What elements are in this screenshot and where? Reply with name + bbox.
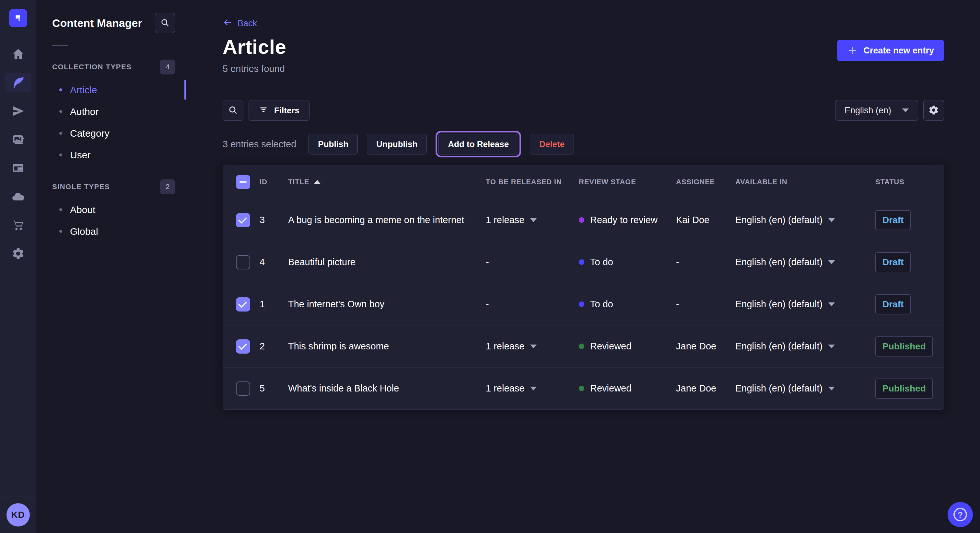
status-badge: Draft [875,252,911,272]
cell-title: The internet's Own boy [288,299,486,309]
bullet-icon [59,89,62,91]
stage-dot-icon [579,344,584,349]
cell-release[interactable]: 1 release [486,215,579,225]
locale-select[interactable]: English (en) [835,100,918,121]
column-header-available-in[interactable]: AVAILABLE IN [735,178,875,186]
question-mark-icon: ? [953,508,967,521]
status-badge: Published [875,336,933,357]
stage-dot-icon [579,301,584,307]
cell-release[interactable]: - [486,299,579,309]
cell-release[interactable]: 1 release [486,341,579,352]
row-checkbox[interactable] [236,339,250,354]
collection-types-count-badge: 4 [160,60,175,75]
sidebar-item-author[interactable]: Author [52,101,175,122]
chevron-down-icon [530,218,537,222]
content-type-builder-icon[interactable] [5,159,31,178]
select-all-checkbox[interactable] [236,175,250,189]
stage-label: Reviewed [590,341,631,352]
bullet-icon [59,230,62,233]
column-header-review-stage[interactable]: REVIEW STAGE [579,178,676,186]
sidebar-item-category[interactable]: Category [52,122,175,144]
sidebar-item-global[interactable]: Global [52,220,175,242]
cell-assignee: Jane Doe [676,341,735,352]
stage-label: Reviewed [590,383,631,394]
title-header-label: TITLE [288,178,309,186]
cell-available-in[interactable]: English (en) (default) [735,341,875,352]
table-row[interactable]: 4 Beautiful picture - To do - English (e… [223,241,944,283]
row-checkbox[interactable] [236,213,250,227]
cell-release[interactable]: - [486,257,579,268]
logo-section [0,0,36,36]
settings-gear-icon[interactable] [5,244,31,263]
cell-available-in[interactable]: English (en) (default) [735,215,875,225]
available-locale: English (en) (default) [735,383,822,394]
entries-count: 5 entries found [223,63,944,74]
table-row[interactable]: 3 A bug is becoming a meme on the intern… [223,199,944,241]
cell-assignee: - [676,257,735,268]
stage-label: To do [590,299,613,309]
publish-button[interactable]: Publish [309,134,358,154]
row-checkbox[interactable] [236,381,250,396]
column-header-assignee[interactable]: ASSIGNEE [676,178,735,186]
sidebar-search-button[interactable] [155,13,175,33]
media-library-icon[interactable] [5,130,31,149]
stage-dot-icon [579,385,584,391]
release-count: 1 release [486,341,524,352]
cell-title: What's inside a Black Hole [288,383,486,394]
cell-id: 4 [259,257,288,268]
filter-icon [259,105,268,117]
search-icon [228,105,238,116]
create-new-entry-button[interactable]: Create new entry [837,40,944,61]
sort-ascending-icon[interactable] [314,180,321,184]
strapi-logo-icon[interactable] [9,9,27,27]
status-badge: Draft [875,210,911,230]
help-button[interactable]: ? [948,502,973,527]
marketplace-cart-icon[interactable] [5,216,31,235]
back-link[interactable]: Back [223,17,257,30]
gear-icon [928,105,939,117]
table-row[interactable]: 5 What's inside a Black Hole 1 release R… [223,367,944,409]
cell-review-stage: Reviewed [579,341,676,352]
chevron-down-icon [530,387,537,390]
user-avatar[interactable]: KD [6,503,30,527]
row-checkbox[interactable] [236,255,250,270]
cell-title: A bug is becoming a meme on the internet [288,215,486,225]
column-header-release[interactable]: TO BE RELEASED IN [486,178,579,186]
page-title: Article [223,35,944,58]
column-header-status[interactable]: STATUS [875,178,931,186]
cell-review-stage: Reviewed [579,383,676,394]
entries-table: ID TITLE TO BE RELEASED IN REVIEW STAGE … [223,165,944,409]
cell-review-stage: To do [579,257,676,268]
sidebar-item-user[interactable]: User [52,144,175,166]
cell-available-in[interactable]: English (en) (default) [735,383,875,394]
sidebar-item-label: Author [70,106,99,117]
releases-icon[interactable] [5,102,31,121]
available-locale: English (en) (default) [735,215,822,225]
main-content: Back Article 5 entries found Create new … [187,0,980,533]
add-to-release-button[interactable]: Add to Release [439,134,518,154]
table-row[interactable]: 2 This shrimp is awesome 1 release Revie… [223,325,944,367]
sidebar-item-article[interactable]: Article [52,79,175,101]
cell-title: Beautiful picture [288,257,486,268]
cell-release[interactable]: 1 release [486,383,579,394]
view-settings-button[interactable] [923,100,944,121]
sidebar-item-about[interactable]: About [52,199,175,220]
deploy-cloud-icon[interactable] [5,187,31,206]
stage-label: To do [590,257,613,268]
stage-label: Ready to review [590,215,657,225]
content-manager-icon[interactable] [5,73,31,92]
home-icon[interactable] [5,45,31,63]
stage-dot-icon [579,217,584,223]
row-checkbox[interactable] [236,297,250,311]
section-label-collection-types: COLLECTION TYPES [52,63,132,71]
cell-available-in[interactable]: English (en) (default) [735,299,875,309]
filters-button[interactable]: Filters [248,100,310,121]
cell-available-in[interactable]: English (en) (default) [735,257,875,268]
column-header-id[interactable]: ID [259,178,288,186]
table-row[interactable]: 1 The internet's Own boy - To do - Engli… [223,283,944,325]
column-header-title[interactable]: TITLE [288,178,486,186]
cell-id: 1 [259,299,288,309]
delete-button[interactable]: Delete [530,134,574,154]
search-button[interactable] [223,100,243,121]
unpublish-button[interactable]: Unpublish [367,134,427,154]
